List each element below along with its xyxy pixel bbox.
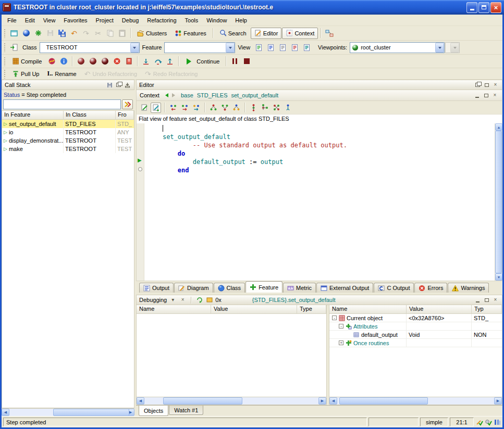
menu-edit[interactable]: Edit	[21, 16, 39, 25]
scrollbar-thumb[interactable]	[53, 409, 129, 416]
search-button[interactable]: Search	[216, 28, 250, 39]
cut-icon[interactable]: ✂	[92, 28, 104, 39]
freeze-icon[interactable]	[99, 56, 110, 67]
objects-column-value[interactable]: Value	[407, 305, 472, 313]
descendants-icon[interactable]	[219, 103, 230, 113]
menu-file[interactable]: File	[3, 16, 21, 25]
debugging-menu-caret-icon[interactable]: ▾	[169, 296, 177, 304]
clusters-button[interactable]: Clusters	[133, 28, 170, 39]
call-stack-row[interactable]: ▷makeTESTROOTTEST	[2, 145, 134, 153]
call-stack-row[interactable]: ▷set_output_defaultSTD_FILESSTD_	[2, 120, 134, 128]
undo-refactoring-button[interactable]: ↶ Undo Refactoring	[81, 68, 141, 80]
tab-warnings[interactable]: Warnings	[448, 283, 489, 293]
step-out-icon[interactable]	[164, 56, 176, 67]
tab-errors[interactable]: Errors	[414, 283, 447, 293]
class-tool-icon[interactable]	[8, 42, 20, 53]
breadcrumb-class[interactable]: STD_FILES	[197, 92, 228, 98]
call-stack-hscrollbar[interactable]: ◀ ▶	[2, 408, 134, 416]
minimize-context-icon[interactable]	[473, 92, 481, 99]
editor-header[interactable]: Editor ×	[136, 80, 502, 90]
object-tree-row[interactable]: -Current object<0x32A8760>STD_	[329, 314, 502, 322]
scroll-left-icon[interactable]: ◀	[137, 397, 144, 405]
tab-output[interactable]: Output	[139, 283, 174, 293]
stack-depth-apply-button[interactable]	[122, 99, 133, 109]
history-forward-icon[interactable]	[172, 93, 177, 97]
descendant-tree-icon[interactable]	[260, 103, 270, 113]
viewpoints-combobox[interactable]: root_cluster	[350, 42, 445, 53]
close-editor-icon[interactable]: ×	[491, 81, 499, 89]
expand-icon[interactable]: +	[339, 340, 343, 345]
minimize-button[interactable]	[466, 2, 477, 13]
tab-metric[interactable]: Metric	[283, 283, 316, 293]
feature-combobox[interactable]	[164, 42, 235, 53]
callers-icon[interactable]	[168, 103, 178, 113]
code-line[interactable]	[147, 124, 495, 133]
melt-session-icon[interactable]	[87, 56, 99, 67]
context-button[interactable]: Context	[282, 28, 318, 39]
copy-icon[interactable]	[104, 28, 116, 39]
info-icon[interactable]	[58, 56, 69, 67]
rename-button[interactable]: I.. Rename	[43, 68, 80, 80]
maximize-debug-icon[interactable]	[483, 296, 490, 304]
breadcrumb-cluster[interactable]: base	[181, 92, 193, 98]
float-panel-icon[interactable]	[115, 81, 122, 89]
cancel-compile-icon[interactable]	[111, 56, 122, 67]
tab-class[interactable]: Class	[214, 283, 245, 293]
toolbar-grip[interactable]	[4, 29, 6, 38]
discover-icon[interactable]	[46, 56, 57, 67]
call-stack-header[interactable]: Call Stack	[2, 80, 134, 90]
paste-icon[interactable]	[116, 28, 128, 39]
debugging-header[interactable]: Debugging ▾ × 0x {STD_FILES}.set_output_…	[136, 295, 502, 305]
code-line[interactable]: default_output := output	[147, 158, 495, 166]
collapse-icon[interactable]: -	[339, 324, 343, 329]
editor-vscrollbar[interactable]: ▲ ▼	[495, 123, 502, 281]
object-tree-row[interactable]: -Attributes	[329, 322, 502, 331]
menu-window[interactable]: Window	[202, 16, 231, 25]
toolbar-grip[interactable]	[4, 43, 6, 52]
add-project-icon[interactable]	[32, 28, 44, 39]
code-line[interactable]: set_output_default	[147, 133, 495, 141]
view-clickable-icon[interactable]	[277, 42, 288, 53]
compile-button[interactable]: Compile	[8, 56, 45, 67]
debugging-close-tool-icon[interactable]: ×	[179, 296, 187, 304]
scrollbar-thumb[interactable]	[163, 397, 242, 405]
edit-class-icon[interactable]	[139, 103, 150, 113]
view-contract-icon[interactable]	[289, 42, 300, 53]
assigners-icon[interactable]	[191, 103, 201, 113]
scroll-left-icon[interactable]: ◀	[329, 397, 337, 405]
watch-column-value[interactable]: Value	[211, 305, 297, 313]
step-into-icon[interactable]	[140, 56, 152, 67]
close-debug-icon[interactable]: ×	[491, 296, 499, 304]
homonyms-icon[interactable]	[271, 103, 281, 113]
menu-tools[interactable]: Tools	[181, 16, 203, 25]
save-call-stack-icon[interactable]	[106, 81, 114, 89]
watch-column-type[interactable]: Type	[297, 305, 326, 313]
collapse-icon[interactable]: -	[332, 316, 337, 320]
call-stack-row[interactable]: ▷display_demonstrat...TESTROOTTEST	[2, 136, 134, 145]
watch-hscrollbar[interactable]: ◀ ▶	[137, 397, 326, 405]
toolbar-grip[interactable]	[4, 69, 6, 79]
editor-gutter[interactable]: ▶	[137, 123, 144, 281]
maximize-context-icon[interactable]	[482, 92, 490, 99]
class-combobox[interactable]: TESTROOT	[40, 42, 140, 53]
tab-external-output[interactable]: External Output	[316, 283, 373, 293]
pull-up-button[interactable]: Pull Up	[8, 68, 43, 80]
viewpoint-value-dropdown-icon[interactable]	[450, 43, 459, 53]
objects-hscrollbar[interactable]: ◀ ▶	[329, 397, 502, 405]
code-line[interactable]: do	[147, 149, 495, 158]
clients-icon[interactable]	[231, 103, 241, 113]
diagram-tool-icon[interactable]	[324, 28, 335, 39]
menu-project[interactable]: Project	[92, 16, 118, 25]
breadcrumb-feature[interactable]: set_output_default	[231, 92, 278, 98]
new-window-icon[interactable]	[8, 28, 20, 39]
call-stack-row[interactable]: ▷ioTESTROOTANY	[2, 128, 134, 136]
hex-format-icon[interactable]	[205, 296, 213, 304]
scrollbar-thumb[interactable]	[495, 131, 502, 273]
scroll-left-icon[interactable]: ◀	[2, 409, 9, 416]
column-header-from[interactable]: Fro	[116, 111, 134, 119]
dock-panel-icon[interactable]	[124, 81, 131, 89]
column-header-in-feature[interactable]: In Feature	[2, 111, 64, 119]
continue-button[interactable]: Continue	[181, 56, 223, 67]
menu-view[interactable]: View	[39, 16, 60, 25]
save-all-icon[interactable]	[56, 28, 68, 39]
